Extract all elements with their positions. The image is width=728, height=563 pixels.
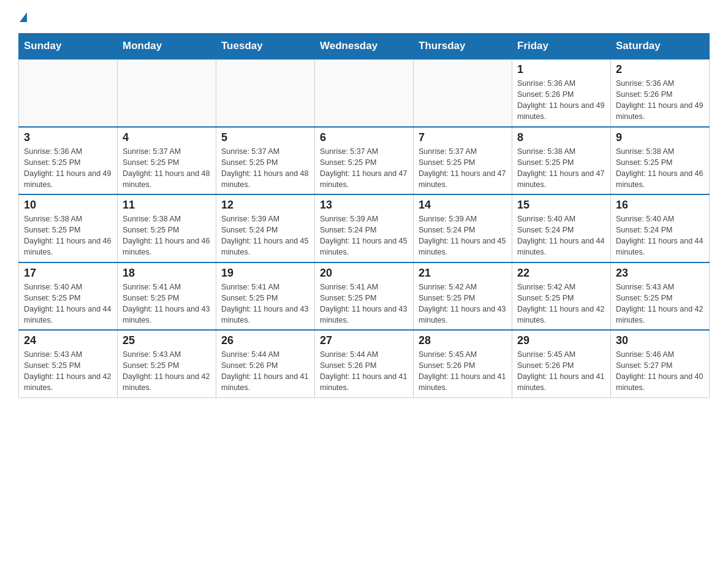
calendar-cell: 6Sunrise: 5:37 AMSunset: 5:25 PMDaylight…	[315, 127, 414, 195]
column-header-thursday: Thursday	[414, 34, 512, 59]
day-number: 27	[320, 334, 408, 347]
day-number: 17	[24, 267, 112, 280]
calendar-cell	[118, 59, 216, 127]
day-number: 5	[221, 131, 309, 144]
day-info: Sunrise: 5:37 AMSunset: 5:25 PMDaylight:…	[221, 146, 309, 191]
calendar-cell	[315, 59, 414, 127]
day-number: 11	[123, 199, 211, 212]
week-row-5: 24Sunrise: 5:43 AMSunset: 5:25 PMDayligh…	[19, 330, 710, 397]
day-info: Sunrise: 5:36 AMSunset: 5:26 PMDaylight:…	[517, 78, 605, 123]
day-info: Sunrise: 5:43 AMSunset: 5:25 PMDaylight:…	[24, 349, 112, 394]
day-number: 14	[419, 199, 507, 212]
day-number: 10	[24, 199, 112, 212]
calendar-cell: 13Sunrise: 5:39 AMSunset: 5:24 PMDayligh…	[315, 194, 414, 262]
calendar-cell: 1Sunrise: 5:36 AMSunset: 5:26 PMDaylight…	[512, 59, 611, 127]
day-number: 22	[517, 267, 605, 280]
day-number: 13	[320, 199, 408, 212]
day-info: Sunrise: 5:42 AMSunset: 5:25 PMDaylight:…	[419, 282, 507, 326]
calendar-header-row: SundayMondayTuesdayWednesdayThursdayFrid…	[19, 34, 710, 59]
day-number: 30	[616, 334, 704, 347]
calendar-cell: 28Sunrise: 5:45 AMSunset: 5:26 PMDayligh…	[414, 330, 512, 397]
day-number: 28	[419, 334, 507, 347]
calendar-table: SundayMondayTuesdayWednesdayThursdayFrid…	[18, 33, 710, 398]
calendar-cell: 14Sunrise: 5:39 AMSunset: 5:24 PMDayligh…	[414, 194, 512, 262]
column-header-tuesday: Tuesday	[216, 34, 315, 59]
day-number: 9	[616, 131, 704, 144]
calendar-cell: 30Sunrise: 5:46 AMSunset: 5:27 PMDayligh…	[611, 330, 710, 397]
calendar-cell: 20Sunrise: 5:41 AMSunset: 5:25 PMDayligh…	[315, 262, 414, 331]
logo	[18, 12, 27, 22]
week-row-3: 10Sunrise: 5:38 AMSunset: 5:25 PMDayligh…	[19, 194, 710, 262]
day-number: 6	[320, 131, 408, 144]
week-row-1: 1Sunrise: 5:36 AMSunset: 5:26 PMDaylight…	[19, 59, 710, 127]
day-number: 20	[320, 267, 408, 280]
day-info: Sunrise: 5:37 AMSunset: 5:25 PMDaylight:…	[419, 146, 507, 191]
logo-triangle-icon	[20, 12, 27, 22]
calendar-cell: 11Sunrise: 5:38 AMSunset: 5:25 PMDayligh…	[118, 194, 216, 262]
calendar-cell: 19Sunrise: 5:41 AMSunset: 5:25 PMDayligh…	[216, 262, 315, 331]
day-info: Sunrise: 5:38 AMSunset: 5:25 PMDaylight:…	[24, 213, 112, 258]
calendar-cell: 27Sunrise: 5:44 AMSunset: 5:26 PMDayligh…	[315, 330, 414, 397]
column-header-wednesday: Wednesday	[315, 34, 414, 59]
calendar-cell: 2Sunrise: 5:36 AMSunset: 5:26 PMDaylight…	[611, 59, 710, 127]
calendar-cell: 9Sunrise: 5:38 AMSunset: 5:25 PMDaylight…	[611, 127, 710, 195]
day-number: 2	[616, 63, 704, 76]
day-info: Sunrise: 5:38 AMSunset: 5:25 PMDaylight:…	[517, 146, 605, 191]
week-row-4: 17Sunrise: 5:40 AMSunset: 5:25 PMDayligh…	[19, 262, 710, 331]
calendar-cell: 22Sunrise: 5:42 AMSunset: 5:25 PMDayligh…	[512, 262, 611, 331]
day-number: 8	[517, 131, 605, 144]
day-number: 16	[616, 199, 704, 212]
calendar-cell: 16Sunrise: 5:40 AMSunset: 5:24 PMDayligh…	[611, 194, 710, 262]
day-info: Sunrise: 5:40 AMSunset: 5:25 PMDaylight:…	[24, 282, 112, 326]
day-info: Sunrise: 5:39 AMSunset: 5:24 PMDaylight:…	[320, 213, 408, 258]
day-number: 21	[419, 267, 507, 280]
calendar-cell: 5Sunrise: 5:37 AMSunset: 5:25 PMDaylight…	[216, 127, 315, 195]
calendar-cell: 8Sunrise: 5:38 AMSunset: 5:25 PMDaylight…	[512, 127, 611, 195]
column-header-monday: Monday	[118, 34, 216, 59]
day-number: 23	[616, 267, 704, 280]
day-number: 12	[221, 199, 309, 212]
day-info: Sunrise: 5:39 AMSunset: 5:24 PMDaylight:…	[221, 213, 309, 258]
column-header-sunday: Sunday	[19, 34, 118, 59]
day-info: Sunrise: 5:41 AMSunset: 5:25 PMDaylight:…	[320, 282, 408, 326]
calendar-cell: 3Sunrise: 5:36 AMSunset: 5:25 PMDaylight…	[19, 127, 118, 195]
day-info: Sunrise: 5:43 AMSunset: 5:25 PMDaylight:…	[616, 282, 704, 326]
calendar-cell: 4Sunrise: 5:37 AMSunset: 5:25 PMDaylight…	[118, 127, 216, 195]
day-info: Sunrise: 5:40 AMSunset: 5:24 PMDaylight:…	[517, 213, 605, 258]
calendar-cell: 26Sunrise: 5:44 AMSunset: 5:26 PMDayligh…	[216, 330, 315, 397]
day-info: Sunrise: 5:44 AMSunset: 5:26 PMDaylight:…	[320, 349, 408, 394]
day-info: Sunrise: 5:45 AMSunset: 5:26 PMDaylight:…	[517, 349, 605, 394]
calendar-cell: 21Sunrise: 5:42 AMSunset: 5:25 PMDayligh…	[414, 262, 512, 331]
week-row-2: 3Sunrise: 5:36 AMSunset: 5:25 PMDaylight…	[19, 127, 710, 195]
day-info: Sunrise: 5:36 AMSunset: 5:25 PMDaylight:…	[24, 146, 112, 191]
calendar-cell: 15Sunrise: 5:40 AMSunset: 5:24 PMDayligh…	[512, 194, 611, 262]
day-number: 24	[24, 334, 112, 347]
day-info: Sunrise: 5:39 AMSunset: 5:24 PMDaylight:…	[419, 213, 507, 258]
day-number: 1	[517, 63, 605, 76]
day-number: 25	[123, 334, 211, 347]
day-number: 7	[419, 131, 507, 144]
day-number: 18	[123, 267, 211, 280]
day-number: 29	[517, 334, 605, 347]
day-info: Sunrise: 5:44 AMSunset: 5:26 PMDaylight:…	[221, 349, 309, 394]
calendar-cell: 23Sunrise: 5:43 AMSunset: 5:25 PMDayligh…	[611, 262, 710, 331]
calendar-cell: 29Sunrise: 5:45 AMSunset: 5:26 PMDayligh…	[512, 330, 611, 397]
day-info: Sunrise: 5:37 AMSunset: 5:25 PMDaylight:…	[320, 146, 408, 191]
calendar-cell	[414, 59, 512, 127]
calendar-cell: 12Sunrise: 5:39 AMSunset: 5:24 PMDayligh…	[216, 194, 315, 262]
calendar-cell: 7Sunrise: 5:37 AMSunset: 5:25 PMDaylight…	[414, 127, 512, 195]
day-number: 19	[221, 267, 309, 280]
column-header-friday: Friday	[512, 34, 611, 59]
day-info: Sunrise: 5:36 AMSunset: 5:26 PMDaylight:…	[616, 78, 704, 123]
column-header-saturday: Saturday	[611, 34, 710, 59]
day-number: 3	[24, 131, 112, 144]
calendar-cell: 25Sunrise: 5:43 AMSunset: 5:25 PMDayligh…	[118, 330, 216, 397]
calendar-cell	[19, 59, 118, 127]
day-info: Sunrise: 5:41 AMSunset: 5:25 PMDaylight:…	[123, 282, 211, 326]
calendar-cell: 17Sunrise: 5:40 AMSunset: 5:25 PMDayligh…	[19, 262, 118, 331]
header	[18, 12, 710, 22]
day-info: Sunrise: 5:38 AMSunset: 5:25 PMDaylight:…	[616, 146, 704, 191]
day-number: 15	[517, 199, 605, 212]
day-info: Sunrise: 5:40 AMSunset: 5:24 PMDaylight:…	[616, 213, 704, 258]
day-info: Sunrise: 5:42 AMSunset: 5:25 PMDaylight:…	[517, 282, 605, 326]
